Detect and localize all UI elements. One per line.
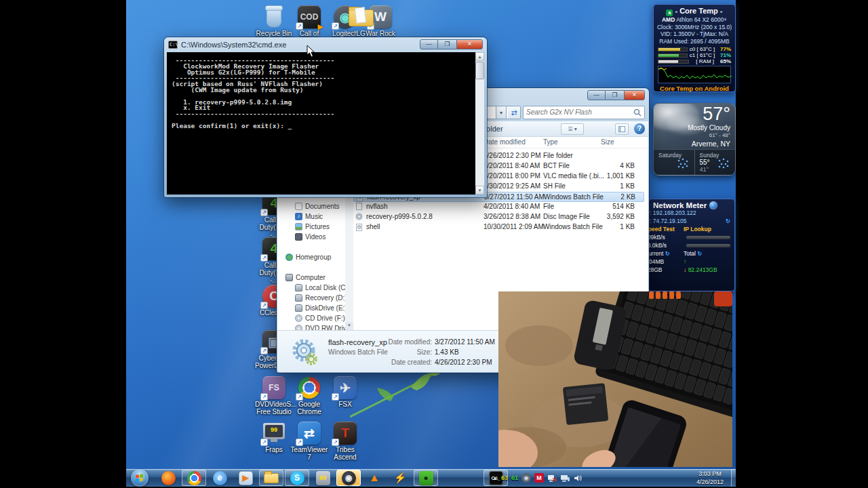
display-tray-icon[interactable] <box>560 473 570 483</box>
file-date: 4/20/2011 8:40 AM <box>484 162 540 169</box>
refresh-icon[interactable]: ↻ <box>726 217 730 225</box>
taskbar-item-firefox[interactable] <box>156 470 180 486</box>
sidebar-item-recovery-d-[interactable]: Recovery (D:) <box>295 293 345 303</box>
mcafee-tray-icon[interactable]: M <box>534 473 544 483</box>
tray-overflow-icon[interactable]: ▲ <box>492 475 498 481</box>
desktop-icon-tribes-ascend[interactable]: T↗Tribes Ascend <box>326 422 364 461</box>
core-temp-bar: c1 [ 61°C ]71% <box>658 52 731 58</box>
views-button[interactable]: ☰ ▾ <box>561 123 584 135</box>
videos-icon <box>295 233 302 241</box>
taskbar-item-skype[interactable]: S <box>285 470 309 486</box>
batch-gear-icon <box>288 336 319 367</box>
desktop-icon-lg[interactable]: LG <box>342 5 380 37</box>
shortcut-arrow-icon: ↗ <box>296 393 303 401</box>
taskbar-item-windows-explorer[interactable] <box>259 470 283 486</box>
core-temp-footer-link[interactable]: Core Temp on Android <box>654 85 735 92</box>
screen: Recycle BinCOD↗▶Call of Duty_◉↗LogitechW… <box>0 0 868 488</box>
taskbar-item-internet-explorer[interactable]: e <box>208 470 232 486</box>
file-date: 3/27/2012 11:50 AM <box>484 193 545 201</box>
search-box <box>523 106 645 119</box>
documents-icon <box>295 203 302 210</box>
desktop-icon-teamviewer-7[interactable]: ⇄↗TeamViewer 7 <box>290 422 328 461</box>
column-type[interactable]: Type <box>543 138 558 146</box>
scroll-down-icon[interactable]: ▼ <box>475 186 484 195</box>
help-button[interactable]: ? <box>634 123 645 134</box>
address-dropdown-icon[interactable]: ▼ <box>496 106 507 119</box>
high-low: 61° - 48° <box>709 132 730 138</box>
sidebar-item-dvd-rw-drive-k[interactable]: DVD RW Drive (K <box>295 323 345 330</box>
maximize-button[interactable]: ❐ <box>438 39 456 49</box>
ip-lookup-link[interactable]: IP Lookup <box>684 225 711 233</box>
file-date: 4/20/2011 8:40 AM <box>484 203 540 210</box>
nav-scroll-down-icon[interactable]: ▼ <box>345 322 353 330</box>
sidebar-item-cd-drive-f-[interactable]: CD Drive (F:) <box>295 313 345 323</box>
taskbar-clock[interactable]: 3:03 PM 4/26/2012 <box>690 470 730 486</box>
close-button[interactable]: ✕ <box>624 90 645 100</box>
disk-icon <box>295 304 302 312</box>
show-desktop-button[interactable] <box>731 469 736 487</box>
file-row[interactable]: ⚙shell10/30/2011 2:09 AMWindows Batch Fi… <box>353 222 644 232</box>
core-temp-gadget[interactable]: a- Core Temp - AMD Athlon 64 X2 6000+ Cl… <box>653 4 736 92</box>
console-output[interactable]: ----------------------------------------… <box>167 52 475 195</box>
cmd-titlebar[interactable]: C:\ C:\Windows\System32\cmd.exe — ❐ ✕ <box>164 37 487 52</box>
skype-icon: S <box>290 471 304 485</box>
amd-logo-icon: a <box>666 9 673 16</box>
close-button[interactable]: ✕ <box>456 39 483 49</box>
file-name: nvflash <box>366 203 480 210</box>
file-row[interactable]: recovery-p999-5.0.2.83/26/2012 8:38 AMDi… <box>353 212 644 222</box>
modified-value: 3/27/2012 11:50 AM <box>435 338 495 346</box>
search-icon[interactable] <box>633 108 642 117</box>
maximize-button[interactable]: ❐ <box>606 90 624 100</box>
desktop-icon-recycle-bin[interactable]: Recycle Bin <box>255 5 293 37</box>
core-temp-tray-63[interactable]: 63 <box>501 474 508 481</box>
desktop-icon-fsx[interactable]: ✈↗FSX <box>326 376 364 408</box>
download-speed: 309kB/s <box>648 233 684 241</box>
core-temp-tray-61[interactable]: 61 <box>511 474 518 481</box>
column-date[interactable]: Date modified <box>484 138 526 146</box>
scroll-up-icon[interactable]: ▲ <box>475 52 484 61</box>
search-input[interactable] <box>524 108 633 116</box>
preview-pane-button[interactable] <box>615 123 629 135</box>
refresh-icon[interactable]: ⇄ <box>508 106 521 119</box>
download-arrow-icon: ↓ <box>684 266 686 274</box>
desktop-icon-google-chrome[interactable]: ↗Google Chrome <box>290 376 328 415</box>
temp-bar <box>658 60 689 64</box>
desktop-icon-fraps[interactable]: 99↗Fraps <box>255 422 293 453</box>
minimize-button[interactable]: — <box>420 39 438 49</box>
shortcut-arrow-icon: ↗ <box>332 22 339 30</box>
network-meter-gadget[interactable]: Network Meter IP: 192.168.203.122 IP: 74… <box>648 199 735 291</box>
sidebar-item-diskdrive-e-[interactable]: DiskDrive (E:) <box>295 303 345 313</box>
steam-tray-icon[interactable]: ◉ <box>521 473 531 483</box>
sidebar-item-videos[interactable]: Videos <box>295 232 326 242</box>
scrollbar-thumb[interactable] <box>475 62 484 79</box>
taskbar-item-chrome[interactable] <box>182 470 206 486</box>
minimize-button[interactable]: — <box>587 90 606 100</box>
shortcut-arrow-icon: ↗ <box>260 254 268 262</box>
taskbar-item-vlc[interactable]: ▲ <box>362 470 387 486</box>
taskbar-item-red-lightning[interactable]: ⚡ <box>388 470 412 486</box>
forecast-sunday: Sunday55°41° <box>694 150 736 175</box>
network-alert-tray-icon[interactable]: ✕ <box>547 473 557 483</box>
taskbar-item-steam[interactable]: ◉ <box>336 470 361 486</box>
file-row[interactable]: nvflash4/20/2011 8:40 AMFile514 KB <box>353 202 644 212</box>
taskbar-item-fraps[interactable]: 99 <box>311 470 335 486</box>
desktop-icon-dvdvideos-free-studio[interactable]: FS↗DVDVideoS... Free Studio <box>255 376 293 415</box>
total-label: Total ↻ <box>684 249 702 258</box>
shortcut-arrow-icon: ↗ <box>260 347 268 354</box>
column-size[interactable]: Size <box>601 138 614 146</box>
taskbar-item-media-player[interactable]: ▶ <box>233 470 258 486</box>
sidebar-item-music[interactable]: ♪Music <box>295 211 323 222</box>
start-button[interactable] <box>130 469 149 487</box>
sidebar-item-homegroup[interactable]: Homegroup <box>285 252 331 262</box>
speed-test-link[interactable]: Speed Test <box>648 225 684 233</box>
weather-gadget[interactable]: 57° Mostly Cloudy 61° - 48° Arverne, NY … <box>653 103 736 176</box>
sidebar-item-pictures[interactable]: Pictures <box>295 222 330 232</box>
sidebar-item-local-disk-c-[interactable]: Local Disk (C:) <box>295 283 345 293</box>
sidebar-item-documents[interactable]: Documents <box>295 201 340 211</box>
volume-tray-icon[interactable] <box>573 473 583 483</box>
sidebar-item-computer[interactable]: Computer <box>285 272 326 283</box>
internal-ip: IP: 192.168.203.122 <box>648 209 730 217</box>
cmd-scrollbar[interactable]: ▲ ▼ <box>475 52 484 195</box>
webcam-video-overlay: DELL <box>498 291 732 467</box>
taskbar-item-camtasia-recorder[interactable]: ● <box>414 470 438 486</box>
